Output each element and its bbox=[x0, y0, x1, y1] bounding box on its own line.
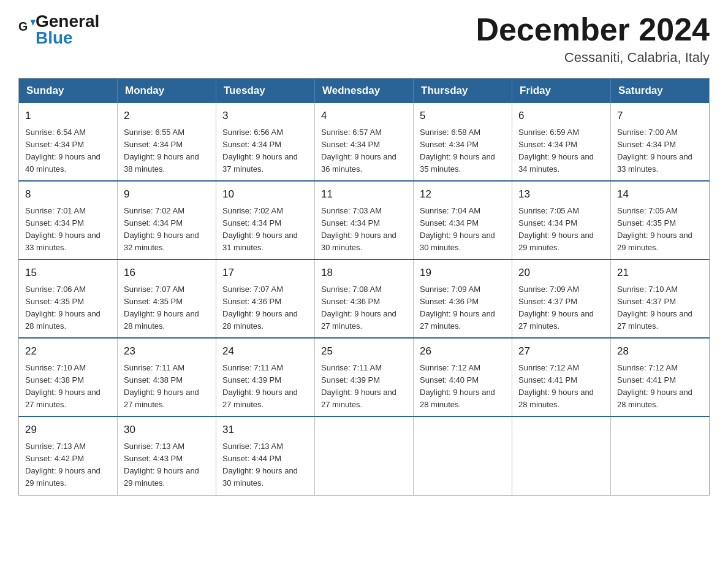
calendar-cell: 5Sunrise: 6:58 AMSunset: 4:34 PMDaylight… bbox=[414, 103, 512, 181]
calendar-table: SundayMondayTuesdayWednesdayThursdayFrid… bbox=[18, 78, 710, 495]
col-header-monday: Monday bbox=[118, 79, 216, 104]
day-number: 12 bbox=[420, 186, 506, 202]
logo-blue-text: Blue bbox=[36, 29, 99, 48]
location-subtitle: Cessaniti, Calabria, Italy bbox=[476, 50, 710, 66]
calendar-cell: 7Sunrise: 7:00 AMSunset: 4:34 PMDaylight… bbox=[611, 103, 710, 181]
calendar-cell: 8Sunrise: 7:01 AMSunset: 4:34 PMDaylight… bbox=[19, 181, 118, 259]
calendar-cell: 25Sunrise: 7:11 AMSunset: 4:39 PMDayligh… bbox=[315, 338, 414, 416]
page-header: G General Blue December 2024 Cessaniti, … bbox=[18, 12, 710, 66]
day-number: 22 bbox=[25, 343, 111, 359]
calendar-cell: 17Sunrise: 7:07 AMSunset: 4:36 PMDayligh… bbox=[216, 259, 315, 338]
day-info: Sunrise: 7:00 AMSunset: 4:34 PMDaylight:… bbox=[617, 126, 703, 176]
calendar-week-row: 1Sunrise: 6:54 AMSunset: 4:34 PMDaylight… bbox=[19, 103, 710, 181]
day-info: Sunrise: 7:12 AMSunset: 4:40 PMDaylight:… bbox=[420, 362, 506, 412]
day-number: 18 bbox=[321, 265, 407, 281]
day-info: Sunrise: 7:11 AMSunset: 4:39 PMDaylight:… bbox=[321, 362, 407, 412]
col-header-friday: Friday bbox=[512, 79, 611, 104]
calendar-cell: 21Sunrise: 7:10 AMSunset: 4:37 PMDayligh… bbox=[611, 259, 710, 338]
calendar-cell: 11Sunrise: 7:03 AMSunset: 4:34 PMDayligh… bbox=[315, 181, 414, 259]
calendar-cell: 6Sunrise: 6:59 AMSunset: 4:34 PMDaylight… bbox=[512, 103, 611, 181]
day-info: Sunrise: 7:03 AMSunset: 4:34 PMDaylight:… bbox=[321, 205, 407, 255]
col-header-tuesday: Tuesday bbox=[216, 79, 315, 104]
col-header-saturday: Saturday bbox=[611, 79, 710, 104]
day-info: Sunrise: 6:55 AMSunset: 4:34 PMDaylight:… bbox=[124, 126, 210, 176]
day-info: Sunrise: 7:11 AMSunset: 4:38 PMDaylight:… bbox=[124, 362, 210, 412]
day-info: Sunrise: 7:10 AMSunset: 4:37 PMDaylight:… bbox=[617, 283, 703, 333]
day-info: Sunrise: 7:07 AMSunset: 4:35 PMDaylight:… bbox=[124, 283, 210, 333]
calendar-week-row: 15Sunrise: 7:06 AMSunset: 4:35 PMDayligh… bbox=[19, 259, 710, 338]
day-info: Sunrise: 7:11 AMSunset: 4:39 PMDaylight:… bbox=[222, 362, 308, 412]
day-number: 11 bbox=[321, 186, 407, 202]
day-number: 19 bbox=[420, 265, 506, 281]
day-info: Sunrise: 7:02 AMSunset: 4:34 PMDaylight:… bbox=[222, 205, 308, 255]
day-number: 25 bbox=[321, 343, 407, 359]
calendar-cell: 14Sunrise: 7:05 AMSunset: 4:35 PMDayligh… bbox=[611, 181, 710, 259]
day-number: 27 bbox=[518, 343, 604, 359]
calendar-cell: 9Sunrise: 7:02 AMSunset: 4:34 PMDaylight… bbox=[118, 181, 216, 259]
day-info: Sunrise: 6:57 AMSunset: 4:34 PMDaylight:… bbox=[321, 126, 407, 176]
calendar-cell: 23Sunrise: 7:11 AMSunset: 4:38 PMDayligh… bbox=[118, 338, 216, 416]
calendar-week-row: 8Sunrise: 7:01 AMSunset: 4:34 PMDaylight… bbox=[19, 181, 710, 259]
day-info: Sunrise: 7:13 AMSunset: 4:44 PMDaylight:… bbox=[222, 440, 308, 490]
day-number: 31 bbox=[222, 422, 308, 438]
day-info: Sunrise: 7:10 AMSunset: 4:38 PMDaylight:… bbox=[25, 362, 111, 412]
calendar-cell: 28Sunrise: 7:12 AMSunset: 4:41 PMDayligh… bbox=[611, 338, 710, 416]
calendar-cell: 12Sunrise: 7:04 AMSunset: 4:34 PMDayligh… bbox=[414, 181, 512, 259]
day-info: Sunrise: 7:08 AMSunset: 4:36 PMDaylight:… bbox=[321, 283, 407, 333]
day-info: Sunrise: 7:09 AMSunset: 4:37 PMDaylight:… bbox=[518, 283, 604, 333]
col-header-wednesday: Wednesday bbox=[315, 79, 414, 104]
day-number: 24 bbox=[222, 343, 308, 359]
day-number: 1 bbox=[25, 108, 111, 124]
calendar-cell: 18Sunrise: 7:08 AMSunset: 4:36 PMDayligh… bbox=[315, 259, 414, 338]
day-info: Sunrise: 7:02 AMSunset: 4:34 PMDaylight:… bbox=[124, 205, 210, 255]
day-info: Sunrise: 7:09 AMSunset: 4:36 PMDaylight:… bbox=[420, 283, 506, 333]
day-info: Sunrise: 6:54 AMSunset: 4:34 PMDaylight:… bbox=[25, 126, 111, 176]
calendar-cell: 10Sunrise: 7:02 AMSunset: 4:34 PMDayligh… bbox=[216, 181, 315, 259]
day-number: 3 bbox=[222, 108, 308, 124]
calendar-cell: 27Sunrise: 7:12 AMSunset: 4:41 PMDayligh… bbox=[512, 338, 611, 416]
calendar-cell: 31Sunrise: 7:13 AMSunset: 4:44 PMDayligh… bbox=[216, 416, 315, 495]
day-number: 20 bbox=[518, 265, 604, 281]
day-number: 10 bbox=[222, 186, 308, 202]
calendar-cell: 24Sunrise: 7:11 AMSunset: 4:39 PMDayligh… bbox=[216, 338, 315, 416]
day-info: Sunrise: 7:07 AMSunset: 4:36 PMDaylight:… bbox=[222, 283, 308, 333]
calendar-cell bbox=[315, 416, 414, 495]
day-number: 29 bbox=[25, 422, 111, 438]
calendar-week-row: 22Sunrise: 7:10 AMSunset: 4:38 PMDayligh… bbox=[19, 338, 710, 416]
calendar-cell: 20Sunrise: 7:09 AMSunset: 4:37 PMDayligh… bbox=[512, 259, 611, 338]
calendar-cell: 13Sunrise: 7:05 AMSunset: 4:34 PMDayligh… bbox=[512, 181, 611, 259]
calendar-cell: 26Sunrise: 7:12 AMSunset: 4:40 PMDayligh… bbox=[414, 338, 512, 416]
day-info: Sunrise: 7:12 AMSunset: 4:41 PMDaylight:… bbox=[518, 362, 604, 412]
day-number: 23 bbox=[124, 343, 210, 359]
day-number: 5 bbox=[420, 108, 506, 124]
day-info: Sunrise: 7:05 AMSunset: 4:34 PMDaylight:… bbox=[518, 205, 604, 255]
day-number: 4 bbox=[321, 108, 407, 124]
svg-text:G: G bbox=[18, 20, 28, 33]
day-info: Sunrise: 6:59 AMSunset: 4:34 PMDaylight:… bbox=[518, 126, 604, 176]
month-title: December 2024 bbox=[476, 12, 710, 47]
day-number: 6 bbox=[518, 108, 604, 124]
calendar-cell bbox=[414, 416, 512, 495]
day-number: 8 bbox=[25, 186, 111, 202]
day-number: 9 bbox=[124, 186, 210, 202]
day-info: Sunrise: 7:13 AMSunset: 4:42 PMDaylight:… bbox=[25, 440, 111, 490]
title-area: December 2024 Cessaniti, Calabria, Italy bbox=[476, 12, 710, 66]
day-info: Sunrise: 7:06 AMSunset: 4:35 PMDaylight:… bbox=[25, 283, 111, 333]
calendar-cell bbox=[512, 416, 611, 495]
day-number: 26 bbox=[420, 343, 506, 359]
day-info: Sunrise: 7:05 AMSunset: 4:35 PMDaylight:… bbox=[617, 205, 703, 255]
day-number: 2 bbox=[124, 108, 210, 124]
day-number: 15 bbox=[25, 265, 111, 281]
day-info: Sunrise: 7:04 AMSunset: 4:34 PMDaylight:… bbox=[420, 205, 506, 255]
calendar-cell: 16Sunrise: 7:07 AMSunset: 4:35 PMDayligh… bbox=[118, 259, 216, 338]
day-number: 21 bbox=[617, 265, 703, 281]
day-info: Sunrise: 6:58 AMSunset: 4:34 PMDaylight:… bbox=[420, 126, 506, 176]
day-number: 13 bbox=[518, 186, 604, 202]
day-info: Sunrise: 7:12 AMSunset: 4:41 PMDaylight:… bbox=[617, 362, 703, 412]
day-info: Sunrise: 7:13 AMSunset: 4:43 PMDaylight:… bbox=[124, 440, 210, 490]
day-number: 28 bbox=[617, 343, 703, 359]
calendar-cell: 30Sunrise: 7:13 AMSunset: 4:43 PMDayligh… bbox=[118, 416, 216, 495]
col-header-thursday: Thursday bbox=[414, 79, 512, 104]
calendar-header-row: SundayMondayTuesdayWednesdayThursdayFrid… bbox=[19, 79, 710, 104]
calendar-cell: 29Sunrise: 7:13 AMSunset: 4:42 PMDayligh… bbox=[19, 416, 118, 495]
